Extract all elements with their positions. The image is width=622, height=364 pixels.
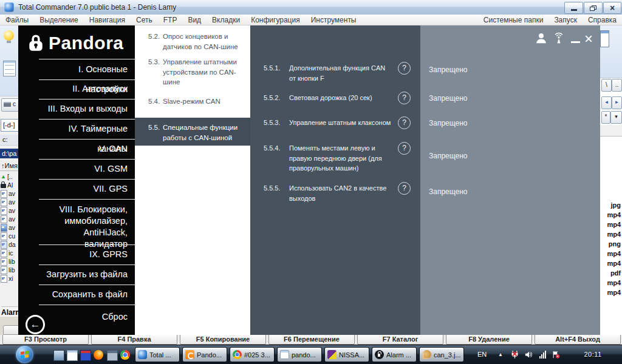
parent-dir-button[interactable]: .. [612, 79, 622, 92]
tray-expand-caret[interactable]: ▲ [498, 352, 503, 364]
calculator-icon[interactable] [107, 350, 118, 361]
menu-navigation[interactable]: Навигация [84, 16, 131, 24]
help-icon[interactable]: ? [398, 92, 411, 104]
root-dir-button[interactable]: \ [601, 79, 612, 92]
taskbar-button-can-image[interactable]: can_3.j... [419, 347, 464, 362]
user-button[interactable] [535, 32, 548, 47]
sidebar-item-load-from-file[interactable]: Загрузить из файла [39, 265, 135, 285]
menu-start[interactable]: Запуск [549, 16, 583, 24]
sidebar-item-reset[interactable]: Сброс [39, 305, 135, 335]
taskbar-button-chrome-tab[interactable]: #025 3... [230, 347, 275, 362]
language-indicator[interactable]: EN [477, 351, 487, 364]
value-5-5-1[interactable]: Запрещено [429, 66, 467, 74]
taskbar-button-nissan[interactable]: NISSA... [324, 347, 369, 362]
menu-net[interactable]: Сеть [131, 16, 158, 24]
connection-button[interactable] [552, 32, 566, 47]
window-restore-button[interactable] [584, 2, 603, 14]
chrome-icon[interactable] [120, 350, 130, 360]
drive-combo[interactable]: [-d-] [1, 119, 18, 132]
name-column-header[interactable]: ↑Имя [0, 161, 18, 171]
file-ext[interactable]: mp4 [607, 258, 621, 268]
menu-files[interactable]: Файлы [0, 16, 34, 24]
taskbar-button-alarm[interactable]: Alarm ... [372, 347, 417, 362]
file-row[interactable]: av [0, 215, 18, 223]
overlay-close-button[interactable]: × [584, 33, 593, 45]
sidebar-item-gps[interactable]: VII. GPS [39, 179, 135, 200]
taskbar-button-pandora[interactable]: Pando... [182, 347, 227, 362]
help-icon[interactable]: ? [398, 182, 411, 195]
file-row[interactable]: av [0, 198, 18, 206]
notepad-quicklaunch-icon[interactable] [67, 350, 78, 361]
fkey-altf4-exit[interactable]: Alt+F4 Выход [535, 334, 621, 345]
fkey-f6-move[interactable]: F6 Перемещение [268, 334, 355, 345]
menu-system-folders[interactable]: Системные папки [478, 16, 549, 24]
menu-tools[interactable]: Инструменты [306, 16, 362, 24]
fkey-f8-delete[interactable]: F8 Удаление [446, 334, 532, 345]
sidebar-item-save-to-file[interactable]: Сохранить в файл [39, 285, 135, 305]
file-ext[interactable]: mp4 [607, 288, 621, 297]
menu-tabs[interactable]: Вкладки [207, 16, 245, 24]
sidebar-item-blocking-immobilizer[interactable]: VIII. Блокировки, иммобилайзер, AntiHiJa… [39, 199, 135, 245]
file-row[interactable]: av [0, 189, 18, 198]
history-back-button[interactable]: ◄ [601, 96, 612, 109]
file-row[interactable]: Al [0, 181, 18, 189]
file-row[interactable]: xi [0, 274, 18, 283]
file-row[interactable]: ic [0, 249, 18, 257]
overlay-minimize-button[interactable] [571, 41, 580, 43]
submenu-item-5-5-selected[interactable]: 5.5. Специальные функции работы с CAN-ши… [135, 118, 250, 146]
value-5-5-2[interactable]: Запрещено [429, 94, 467, 103]
fkey-f4-edit[interactable]: F4 Правка [91, 334, 177, 345]
fkey-f3-view[interactable]: F3 Просмотр [2, 334, 89, 345]
file-row[interactable]: cu [0, 232, 18, 240]
window-minimize-button[interactable] [564, 2, 583, 14]
menu-configuration[interactable]: Конфигурация [245, 16, 306, 24]
show-desktop-icon[interactable] [53, 350, 64, 361]
value-5-5-4[interactable]: Запрещено [429, 152, 467, 160]
taskbar-clock[interactable]: 20:11 [575, 351, 611, 364]
drive-c-button[interactable]: c [1, 98, 18, 112]
help-icon[interactable]: ? [398, 62, 411, 75]
file-row[interactable]: lib [0, 266, 18, 274]
sidebar-item-can[interactable]: V. CAN [39, 139, 135, 160]
history-forward-button[interactable]: ► [612, 96, 622, 109]
back-button[interactable]: ← [26, 315, 45, 334]
network-signal-icon[interactable] [539, 350, 548, 359]
file-row[interactable]: lib [0, 257, 18, 266]
wildcard-button[interactable]: * [601, 111, 610, 124]
sidebar-item-timer-channels[interactable]: IV. Таймерные каналы [39, 119, 135, 140]
file-ext[interactable]: mp4 [607, 229, 621, 239]
window-close-button[interactable]: × [603, 2, 621, 14]
file-ext[interactable]: mp4 [607, 249, 621, 258]
start-button[interactable] [16, 346, 33, 363]
power-status-icon[interactable] [510, 350, 519, 364]
file-ext[interactable]: png [609, 239, 621, 249]
sidebar-item-gsm[interactable]: VI. GSM [39, 159, 135, 180]
submenu-item-5-3[interactable]: 5.3. Управление штатными устройствами по… [135, 57, 250, 87]
fkey-f5-copy[interactable]: F5 Копирование [180, 334, 266, 345]
dropdown-button[interactable]: ▼ [610, 111, 622, 124]
sidebar-item-gprs[interactable]: IX. GPRS [39, 244, 135, 265]
submenu-item-5-2[interactable]: 5.2. Опрос концевиков и датчиков по CAN-… [135, 32, 250, 52]
help-icon[interactable]: ? [398, 116, 411, 129]
file-ext[interactable]: pdf [610, 268, 621, 278]
file-ext[interactable]: jpg [611, 200, 621, 210]
submenu-item-5-4[interactable]: 5.4. Slave-режим CAN [135, 96, 250, 107]
sidebar-item-inputs-outputs[interactable]: III. Входы и выходы [39, 99, 135, 120]
file-row[interactable]: ▲[.. [0, 172, 18, 181]
menu-help[interactable]: Справка [583, 16, 622, 24]
firefox-icon[interactable] [94, 350, 103, 360]
menu-ftp[interactable]: FTP [158, 16, 183, 24]
help-icon[interactable]: ? [398, 142, 411, 155]
save-app-icon[interactable] [80, 350, 91, 361]
file-row[interactable]: av [0, 223, 18, 232]
value-5-5-3[interactable]: Запрещено [429, 119, 467, 127]
value-5-5-5[interactable]: Запрещено [429, 187, 467, 196]
file-ext[interactable]: mp4 [607, 220, 621, 229]
fkey-f7-mkdir[interactable]: F7 Каталог [357, 334, 443, 345]
file-row[interactable]: av [0, 206, 18, 215]
file-ext[interactable]: mp4 [607, 278, 621, 288]
sidebar-item-autostart[interactable]: II. Автозапуск [39, 79, 135, 99]
taskbar-button-total-commander[interactable]: Total ... [135, 347, 180, 362]
file-ext[interactable]: mp4 [607, 210, 621, 220]
action-center-flag-icon[interactable] [552, 350, 561, 364]
